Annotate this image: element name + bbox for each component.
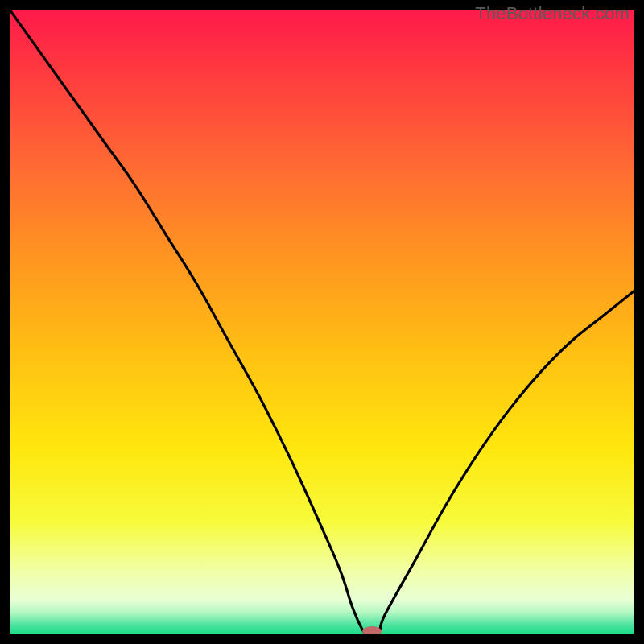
chart-frame: TheBottleneck.com	[10, 10, 634, 634]
gradient-background	[10, 10, 634, 634]
bottleneck-chart	[10, 10, 634, 634]
watermark-label: TheBottleneck.com	[475, 3, 630, 24]
